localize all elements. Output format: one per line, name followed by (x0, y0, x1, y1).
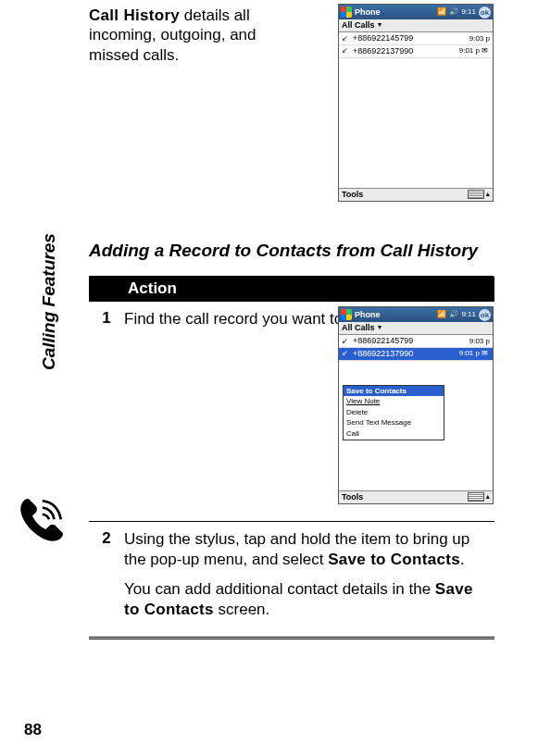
pda-titlebar: Phone 📶 🔊 9:11 ok (339, 5, 493, 19)
call-row[interactable]: ↙ +886922137990 9:01 p ✉ (339, 45, 493, 58)
screenshot-call-history: Phone 📶 🔊 9:11 ok All Calls ▼ ↙ +8869221… (338, 4, 494, 202)
missed-call-icon: ↙ (342, 34, 353, 43)
pda-title: Phone (355, 7, 381, 18)
pda-titlebar: Phone 📶 🔊 9:11 ok (339, 307, 493, 322)
signal-icon: 📶 (437, 310, 446, 319)
call-number: +886922145799 (353, 33, 469, 43)
call-row[interactable]: ↙ +886922145799 9:03 p (339, 32, 493, 45)
missed-call-icon: ↙ (342, 337, 353, 346)
intro-paragraph: Call History details all incoming, outgo… (89, 6, 293, 65)
pda-bottombar: Tools ▴ (339, 188, 493, 201)
step2-p1bold: Save to Contacts (328, 551, 460, 568)
step-number: 1 (89, 309, 124, 328)
pda-status-icons: 📶 🔊 9:11 ok (437, 309, 491, 321)
phone-feature-icon (7, 488, 74, 554)
pda-bottombar: Tools ▴ (339, 490, 493, 503)
intro-bold: Call History (89, 6, 180, 24)
pda-body-empty (339, 58, 493, 188)
menu-item-call[interactable]: Call (344, 428, 444, 440)
pda-body: Save to Contacts View Note Delete Send T… (339, 361, 493, 490)
table-header: Action (89, 276, 494, 302)
ok-button[interactable]: ok (479, 309, 491, 321)
tools-menu[interactable]: Tools (342, 492, 363, 502)
filter-bar[interactable]: All Calls ▼ (339, 322, 493, 335)
speaker-icon: 🔊 (449, 310, 458, 319)
speaker-icon: 🔊 (449, 7, 458, 17)
page-number: 88 (24, 721, 42, 739)
step-number: 2 (89, 529, 124, 548)
up-arrow-icon[interactable]: ▴ (486, 191, 490, 198)
call-time: 9:01 p (459, 46, 480, 56)
context-menu: Save to Contacts View Note Delete Send T… (343, 385, 444, 440)
section-heading: Adding a Record to Contacts from Call Hi… (89, 241, 478, 261)
call-number: +886922145799 (353, 336, 469, 346)
call-number: +886922137990 (353, 349, 459, 359)
pda-title: Phone (355, 310, 381, 320)
envelope-icon: ✉ (480, 349, 490, 358)
call-time: 9:01 p (459, 349, 480, 358)
missed-call-icon: ↙ (342, 46, 353, 56)
clock-text: 9:11 (461, 7, 476, 17)
keyboard-icon[interactable] (468, 492, 484, 502)
menu-item-save-contacts[interactable]: Save to Contacts (344, 386, 444, 397)
table-row: 2 Using the stylus, tap and hold the ite… (89, 522, 494, 639)
envelope-icon: ✉ (480, 46, 490, 56)
missed-call-icon: ↙ (342, 349, 353, 358)
chevron-down-icon: ▼ (377, 21, 383, 29)
menu-item-view-note[interactable]: View Note (344, 396, 444, 407)
call-number: +886922137990 (353, 46, 459, 56)
step2-p2a: You can add additional contact details i… (124, 580, 435, 598)
windows-flag-icon (341, 6, 352, 18)
filter-label: All Calls (342, 20, 375, 31)
tools-menu[interactable]: Tools (342, 190, 363, 200)
clock-text: 9:11 (461, 310, 476, 319)
signal-icon: 📶 (437, 7, 446, 17)
call-time: 9:03 p (469, 337, 490, 346)
chevron-down-icon: ▼ (377, 324, 383, 331)
menu-item-send-sms[interactable]: Send Text Message (344, 417, 444, 428)
step2-p1b: . (460, 551, 465, 568)
call-time: 9:03 p (469, 34, 490, 43)
keyboard-icon[interactable] (468, 190, 484, 199)
call-row[interactable]: ↙ +886922145799 9:03 p (339, 335, 493, 348)
windows-flag-icon (341, 309, 352, 320)
step2-p2b: screen. (214, 601, 269, 618)
call-row-selected[interactable]: ↙ +886922137990 9:01 p ✉ (339, 348, 493, 361)
pda-status-icons: 📶 🔊 9:11 ok (437, 6, 491, 19)
filter-bar[interactable]: All Calls ▼ (339, 19, 493, 32)
filter-label: All Calls (342, 323, 375, 333)
ok-button[interactable]: ok (479, 6, 491, 19)
screenshot-context-menu: Phone 📶 🔊 9:11 ok All Calls ▼ ↙ +8869221… (338, 306, 494, 504)
sidebar-section-label: Calling Features (39, 233, 59, 370)
menu-item-delete[interactable]: Delete (344, 407, 444, 418)
step-text: Using the stylus, tap and hold the item … (124, 529, 494, 620)
up-arrow-icon[interactable]: ▴ (486, 493, 490, 501)
